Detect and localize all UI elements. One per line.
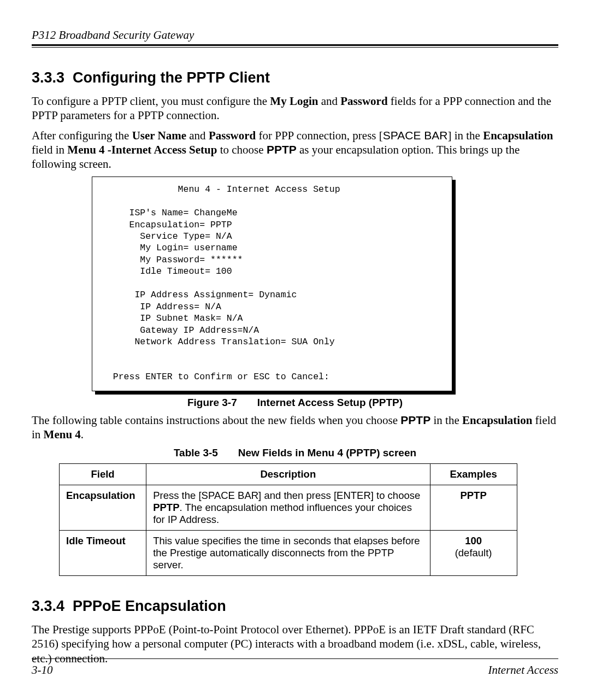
- fields-table: Field Description Examples Encapsulation…: [59, 463, 517, 576]
- running-header: P312 Broadband Security Gateway: [32, 28, 558, 43]
- figure-box: Menu 4 - Internet Access Setup ISP's Nam…: [92, 177, 452, 391]
- section-heading-pppoe: 3.3.4 PPPoE Encapsulation: [32, 598, 558, 615]
- page: P312 Broadband Security Gateway 3.3.3 Co…: [0, 0, 590, 700]
- table-row: Idle Timeout This value specifies the ti…: [60, 531, 517, 576]
- section-number: 3.3.3: [32, 69, 64, 86]
- cell-description: Press the [SPACE BAR] and then press [EN…: [146, 485, 430, 531]
- table-caption: Table 3-5 New Fields in Menu 4 (PPTP) sc…: [32, 447, 558, 459]
- section-title: Configuring the PPTP Client: [73, 69, 270, 86]
- paragraph: To configure a PPTP client, you must con…: [32, 94, 558, 123]
- col-description: Description: [146, 464, 430, 485]
- col-field: Field: [60, 464, 146, 485]
- figure-terminal-screen: Menu 4 - Internet Access Setup ISP's Nam…: [92, 177, 452, 391]
- footer-section: Internet Access: [488, 663, 558, 677]
- paragraph: The following table contains instruction…: [32, 413, 558, 442]
- paragraph: After configuring the User Name and Pass…: [32, 128, 558, 172]
- section-heading-pptp-client: 3.3.3 Configuring the PPTP Client: [32, 69, 558, 86]
- header-rule-thin: [32, 47, 558, 48]
- footer-rule: [32, 658, 558, 659]
- cell-field: Encapsulation: [60, 485, 146, 531]
- figure-caption: Figure 3-7 Internet Access Setup (PPTP): [32, 397, 558, 409]
- page-number: 3-10: [32, 663, 53, 677]
- header-rule: [32, 44, 558, 46]
- page-footer: 3-10 Internet Access: [32, 658, 558, 677]
- section-title: PPPoE Encapsulation: [73, 598, 226, 614]
- table-header-row: Field Description Examples: [60, 464, 517, 485]
- cell-example: PPTP: [430, 485, 517, 531]
- cell-example: 100 (default): [430, 531, 517, 576]
- cell-field: Idle Timeout: [60, 531, 146, 576]
- section-number: 3.3.4: [32, 598, 64, 614]
- col-examples: Examples: [430, 464, 517, 485]
- cell-description: This value specifies the time in seconds…: [146, 531, 430, 576]
- table-row: Encapsulation Press the [SPACE BAR] and …: [60, 485, 517, 531]
